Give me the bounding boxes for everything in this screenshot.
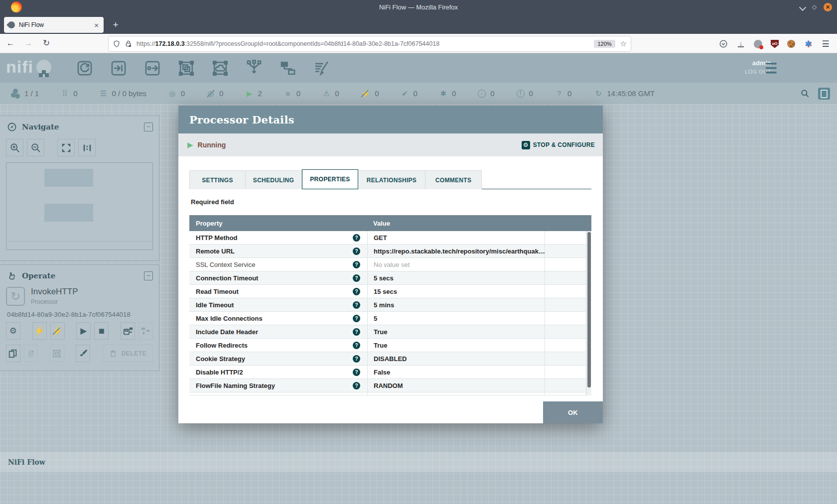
ok-button[interactable]: OK [543, 401, 603, 423]
property-value[interactable]: 5 secs [367, 271, 545, 284]
property-value[interactable]: https://repo.stackable.tech/repository/m… [367, 245, 545, 257]
help-icon[interactable]: ? [353, 355, 360, 363]
help-icon[interactable]: ? [353, 395, 360, 396]
property-value[interactable]: No value set [367, 258, 545, 271]
paste-button [24, 345, 38, 362]
lock-warning-icon[interactable] [125, 40, 133, 48]
help-icon[interactable]: ? [353, 328, 360, 336]
bookmark-star-icon[interactable]: ☆ [620, 39, 627, 48]
template-component-icon[interactable] [277, 58, 299, 78]
help-icon[interactable]: ? [353, 234, 360, 242]
window-minimize-icon[interactable] [800, 4, 805, 9]
navigate-collapse-button[interactable]: − [144, 123, 153, 131]
stop-and-configure-button[interactable]: ⚙ STOP & CONFIGURE [522, 141, 595, 149]
back-button[interactable]: ← [3, 36, 18, 50]
threads-icon: ⠿ [61, 90, 69, 97]
help-icon[interactable]: ? [353, 342, 360, 349]
property-value[interactable]: False [367, 366, 545, 378]
property-value[interactable]: 15 secs [367, 285, 545, 298]
url-bar[interactable]: https://172.18.0.3:32558/nifi/?processGr… [109, 36, 631, 51]
property-row[interactable]: Max Idle Connections?5 [189, 312, 591, 325]
search-icon[interactable] [800, 89, 810, 99]
save-template-button[interactable] [121, 322, 135, 340]
output-port-component-icon[interactable] [141, 58, 163, 78]
help-icon[interactable]: ? [353, 274, 360, 282]
tab-comments[interactable]: COMMENTS [425, 170, 482, 189]
multi-account-extension-icon[interactable] [754, 40, 762, 48]
help-icon[interactable]: ? [353, 288, 360, 295]
property-row[interactable]: Include Date Header?True [189, 325, 591, 339]
label-component-icon[interactable] [311, 58, 333, 78]
help-icon[interactable]: ? [353, 248, 360, 255]
tab-settings[interactable]: SETTINGS [189, 170, 246, 189]
cookie-extension-icon[interactable] [787, 40, 795, 48]
configure-button[interactable]: ⚙ [6, 322, 20, 340]
property-row[interactable]: Connection Timeout?5 secs [189, 271, 591, 285]
copy-button[interactable] [6, 345, 20, 362]
stop-button[interactable]: ■ [94, 322, 109, 340]
property-row[interactable]: Remote URL?https://repo.stackable.tech/r… [189, 245, 591, 258]
zoom-fit-button[interactable] [57, 139, 75, 156]
property-row[interactable]: SSL Context Service?No value set [189, 258, 591, 271]
property-row[interactable]: Attributes to Send?No value set [189, 392, 591, 395]
processor-component-icon[interactable] [74, 58, 96, 78]
scrollbar-thumb[interactable] [587, 232, 591, 387]
property-row[interactable]: Follow Redirects?True [189, 339, 591, 352]
zoom-actual-size-button[interactable] [78, 139, 96, 156]
property-value[interactable]: No value set [367, 392, 545, 395]
property-value[interactable]: True [367, 325, 545, 338]
property-row[interactable]: Idle Timeout?5 mins [189, 298, 591, 312]
downloads-icon[interactable]: ↓ [736, 39, 745, 48]
window-maximize-icon[interactable]: ◇ [812, 4, 817, 10]
start-button[interactable]: ▶ [76, 322, 91, 340]
property-value[interactable]: RANDOM [367, 379, 545, 392]
tab-scheduling[interactable]: SCHEDULING [246, 170, 302, 189]
property-value[interactable]: 5 [367, 312, 545, 325]
new-tab-button[interactable]: + [109, 18, 123, 32]
birdseye-minimap[interactable] [6, 162, 153, 250]
enable-button[interactable]: ⚡ [32, 322, 47, 340]
zoom-out-button[interactable] [27, 139, 44, 156]
refresh-icon[interactable]: ↻ [594, 90, 602, 97]
flow-canvas[interactable]: Navigate − [0, 104, 837, 504]
operate-collapse-button[interactable]: − [144, 271, 153, 280]
property-value[interactable]: GET [367, 231, 545, 244]
disable-button[interactable]: ⚡ [50, 322, 65, 340]
pocket-icon[interactable] [719, 39, 728, 48]
input-port-component-icon[interactable] [108, 58, 130, 78]
funnel-component-icon[interactable] [243, 58, 265, 78]
property-value[interactable]: 5 mins [367, 298, 545, 311]
help-icon[interactable]: ? [353, 315, 360, 322]
tab-properties[interactable]: PROPERTIES [302, 169, 358, 189]
properties-table: Property Value HTTP Method?GETRemote URL… [189, 215, 591, 395]
property-row[interactable]: Cookie Strategy?DISABLED [189, 352, 591, 366]
help-icon[interactable]: ? [353, 301, 360, 309]
change-color-button[interactable] [76, 345, 90, 362]
property-row[interactable]: Disable HTTP/2?False [189, 366, 591, 379]
tab-relationships[interactable]: RELATIONSHIPS [358, 170, 425, 189]
breadcrumb[interactable]: NiFi Flow [8, 458, 45, 466]
property-value[interactable]: DISABLED [367, 352, 545, 365]
help-icon[interactable]: ? [353, 369, 360, 376]
birdseye-toggle-icon[interactable] [818, 88, 830, 100]
property-row[interactable]: FlowFile Naming Strategy?RANDOM [189, 379, 591, 392]
browser-menu-icon[interactable]: ☰ [821, 39, 830, 48]
property-row[interactable]: HTTP Method?GET [189, 231, 591, 245]
browser-tab[interactable]: NiFi Flow × [4, 17, 104, 33]
remote-process-group-component-icon[interactable] [209, 58, 231, 78]
global-menu-icon[interactable]: ☰ [765, 60, 777, 77]
process-group-component-icon[interactable] [175, 58, 197, 78]
page-zoom-badge[interactable]: 120% [594, 40, 615, 48]
window-close-button[interactable]: ✕ [824, 3, 832, 11]
url-text[interactable]: https://172.18.0.3:32558/nifi/?processGr… [137, 40, 594, 47]
help-icon[interactable]: ? [353, 261, 360, 268]
extension-icon[interactable]: ✱ [804, 39, 813, 48]
tracking-shield-icon[interactable] [113, 40, 121, 48]
help-icon[interactable]: ? [353, 382, 360, 389]
zoom-in-button[interactable] [6, 139, 23, 156]
reload-button[interactable]: ↻ [39, 36, 54, 50]
tab-close-icon[interactable]: × [93, 21, 100, 29]
property-row[interactable]: Read Timeout?15 secs [189, 285, 591, 298]
property-value[interactable]: True [367, 339, 545, 352]
ublock-extension-icon[interactable]: uO [771, 40, 779, 48]
